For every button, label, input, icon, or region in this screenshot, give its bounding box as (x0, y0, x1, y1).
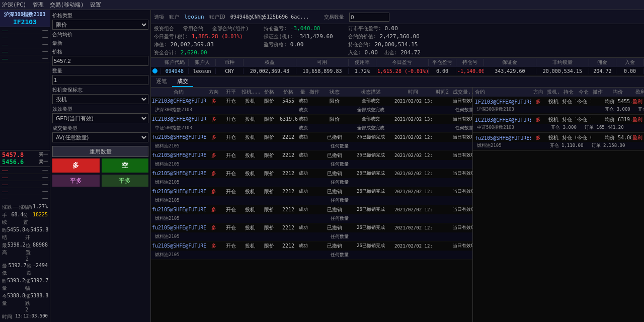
main-layout: 沪深300指数2103 IF2103 ———— ———— ———— ———— —… (0, 10, 644, 322)
flat-buy-button[interactable]: 平多 (52, 175, 100, 187)
trade-row[interactable]: fu2105@SHFE@FUTURES 多 开仓 投机 限价 2212 成功 1 (151, 223, 472, 242)
reset-qty-button[interactable]: 重用数量 (52, 146, 148, 157)
price-section: 价格 (52, 48, 148, 66)
pf-entry-exit: 入金: 0.00 出金: 204.72 (348, 49, 421, 56)
sell-row-5: ———— (0, 27, 50, 34)
current-prices: 5457.8 买一 5456.6 卖一 (0, 150, 50, 167)
indicator-select[interactable]: 投机 (52, 94, 148, 104)
left-panel: 沪深300指数2103 IF2103 ———— ———— ———— ———— —… (0, 10, 50, 322)
buy-sell-row: 多 空 (52, 158, 148, 173)
stat-row-jinliang: 今量 5388.8 涨跌2 5388.8 (0, 292, 50, 313)
trade-row[interactable]: fu2105@SHFE@FUTURES 多 开仓 投机 限价 2212 成功 1 (151, 151, 472, 169)
trade-row[interactable]: fu2105@SHFE@FUTURES 多 开仓 投机 限价 2212 成功 1 (151, 169, 472, 187)
sell-button[interactable]: 空 (102, 158, 149, 173)
trade-table-header: 合约 方向 开平 投机... 价格 价格 量 撤作 状态 状态描述 时间 时间2… (151, 88, 472, 97)
stat-row-zhangdie: 涨跌 —— 涨幅% 1.27% (0, 203, 50, 211)
sell-row-3: ———— (0, 41, 50, 48)
menu-item-manage[interactable]: 管理 (33, 1, 44, 9)
pf-fund: 资金合计: 2,620.00 (154, 49, 249, 56)
flat-sell-button[interactable]: 平多 (102, 175, 149, 187)
trade-list-panel: 合约 方向 开平 投机... 价格 价格 量 撤作 状态 状态描述 时间 时间2… (151, 88, 473, 322)
menu-bar: 沪深(PC) 管理 交易(移动端) 设置 (0, 0, 644, 10)
position-row[interactable]: IC2103@CFFEX@FUTURES 多 投机 持仓 1 今仓 1 均价 6… (473, 115, 644, 133)
price-input[interactable] (52, 56, 148, 66)
sell-row-1: ———— (0, 55, 50, 62)
stat-row-zuidi: 最低 5392.7 涨跌 -2494 (0, 262, 50, 277)
indicator-section: 投机套保标志 投机 (52, 87, 148, 104)
tab-zhuobi[interactable]: 逐笔 (151, 76, 172, 87)
qty-section: 数量 (52, 67, 148, 85)
order-buttons: 重用数量 (52, 146, 148, 157)
pf-total-price: 订市平仓盈亏: 0.00 (348, 25, 421, 32)
trade-buttons: 多 空 平多 平多 (52, 158, 148, 187)
order-qty-input[interactable] (349, 13, 389, 22)
pf-today-profit: 今日盈亏(税): 1,885.28 (0.01%) (154, 33, 249, 40)
trade-row[interactable]: fu2105@SHFE@FUTURES 多 开仓 投机 限价 2212 成功 1 (151, 133, 472, 151)
menu-item-trade[interactable]: 交易(移动端) (50, 1, 84, 9)
buy-price: 5457.8 (2, 151, 24, 158)
trade-rows: IF2103@CFFEX@FUTURES 多 开仓 投机 限价 5455 成功 … (151, 97, 472, 322)
position-table-header: 合约 方向 投机... 持仓 今仓 撤作 均价 盈利均价 盈利浮量 订单量 资金… (473, 88, 644, 97)
account-row: 选项 账户 leosun 账户ID 094948@CNY@5125b696 6a… (151, 10, 644, 24)
qty-input[interactable] (52, 75, 148, 85)
right-section: 选项 账户 leosun 账户ID 094948@CNY@5125b696 6a… (151, 10, 644, 322)
flat-row: 平多 平多 (52, 175, 148, 187)
stat-row-zuigao: 最高 5398.2 位置2 88988 (0, 242, 50, 262)
account-detail-header: 账户代码 账户人 币种 权益 可用 使用率 今日盈亏 平仓盈亏 持仓号 保证金 … (151, 58, 644, 67)
trade-row[interactable]: IC2103@CFFEX@FUTURES 多 开仓 投机 限价 6319.6 成… (151, 115, 472, 133)
pf-contract-price: 合约的价值: 2,427,360.00 (348, 33, 421, 40)
price-type-select[interactable]: 限价 市价 最新 (52, 20, 148, 30)
price-type-section: 价格类型 限价 市价 最新 (52, 12, 148, 30)
account-radio[interactable] (152, 68, 157, 73)
account-detail-row[interactable]: 094948 leosun CNY 20,002,369.43 19,658,8… (151, 67, 644, 76)
position-panel: 合约 方向 投机... 持仓 今仓 撤作 均价 盈利均价 盈利浮量 订单量 资金… (473, 88, 644, 322)
menu-item-settings[interactable]: 设置 (90, 1, 101, 9)
stats-table: 涨跌 —— 涨幅% 1.27% 手续 68.4 位置 18225 昨结 5455… (0, 202, 50, 322)
portfolio-block-mid: 持仓盈亏: -3,040.00 保证金(税): -343,429.60 盈亏价格… (264, 25, 333, 56)
vol-select[interactable]: AV(任意数量) (52, 132, 148, 142)
vol-section: 成交量类型 AV(任意数量) (52, 125, 148, 142)
pf-total-asset: 净值: 20,002,369.83 (154, 41, 249, 48)
contract-price-row: 合约均价 (52, 31, 148, 38)
sell-price-row: 5456.6 卖一 (2, 158, 48, 166)
index-name: 沪深300指数2103 (2, 11, 48, 18)
buy-button[interactable]: 多 (52, 158, 100, 173)
buy-row-2: ———— (0, 174, 50, 181)
position-rows: IF2103@CFFEX@FUTURES 多 投机 持仓 1 今仓 1 均价 5… (473, 97, 644, 322)
stat-row-yueliang: 昨量 5393.2 涨幅 5392.7 (0, 277, 50, 292)
sell-label: 卖一 (39, 158, 48, 166)
sell-price: 5456.6 (2, 158, 24, 166)
contract-code[interactable]: IF2103 (2, 18, 48, 26)
pf-margin: 保证金(税): -343,429.60 (264, 33, 333, 40)
buy-row-1: ———— (0, 167, 50, 174)
menu-item-hudepth[interactable]: 沪深(PC) (2, 1, 27, 9)
broker-id: 094948@CNY@5125b696 6ac... (230, 14, 309, 20)
tab-chengjiao[interactable]: 成交 (172, 76, 193, 87)
buy-row-4: ———— (0, 188, 50, 195)
sell-row-2: ———— (0, 48, 50, 55)
portfolio-summary: 投资组合 常用合约 全部合约(组件) 今日盈亏(税): 1,885.28 (0.… (151, 24, 644, 58)
position-row[interactable]: IF2103@CFFEX@FUTURES 多 投机 持仓 1 今仓 1 均价 5… (473, 97, 644, 115)
buy-label: 买一 (39, 151, 48, 158)
bottom-section: 逐笔 成交 合约 方向 开平 投机... 价格 价格 量 撤作 (151, 76, 644, 322)
stat-row-time: 时间 13:12:03.500 (0, 313, 50, 321)
position-row[interactable]: fu2105@SHFE@FUTURES 多 投机 持仓 0 今仓 0 均价 54… (473, 133, 644, 151)
latest-row: 最新 (52, 40, 148, 47)
buy-row-5: ———— (0, 195, 50, 202)
trade-row[interactable]: fu2105@SHFE@FUTURES 多 开仓 投机 限价 2212 成功 1 (151, 205, 472, 223)
effect-select[interactable]: GFD(当日有效) (52, 113, 148, 123)
contract-title[interactable]: 沪深300指数2103 IF2103 (0, 10, 50, 27)
trade-row[interactable]: fu2105@SHFE@FUTURES 多 开仓 投机 限价 2212 成功 1 (151, 187, 472, 205)
pf-hold-contract: 持仓合约: 20,000,534.15 (348, 41, 421, 48)
pf-hold-profit: 持仓盈亏: -3,040.00 (264, 25, 333, 32)
account-name: leosun (184, 14, 204, 20)
trade-row[interactable]: fu2105@SHFE@FUTURES 多 开仓 投机 限价 2212 成功 1 (151, 242, 472, 260)
trade-row[interactable]: IF2103@CFFEX@FUTURES 多 开仓 投机 限价 5455 成功 … (151, 97, 472, 115)
buy-row-3: ———— (0, 181, 50, 188)
portfolio-block-right: 订市平仓盈亏: 0.00 合约的价值: 2,427,360.00 持仓合约: 2… (348, 25, 421, 56)
sell-row-4: ———— (0, 34, 50, 41)
account-detail-table: 账户代码 账户人 币种 权益 可用 使用率 今日盈亏 平仓盈亏 持仓号 保证金 … (151, 58, 644, 76)
pf-invest-label: 投资组合 常用合约 全部合约(组件) (154, 25, 249, 32)
portfolio-block-left: 投资组合 常用合约 全部合约(组件) 今日盈亏(税): 1,885.28 (0.… (154, 25, 249, 56)
effect-section: 效效类型 GFD(当日有效) (52, 106, 148, 123)
